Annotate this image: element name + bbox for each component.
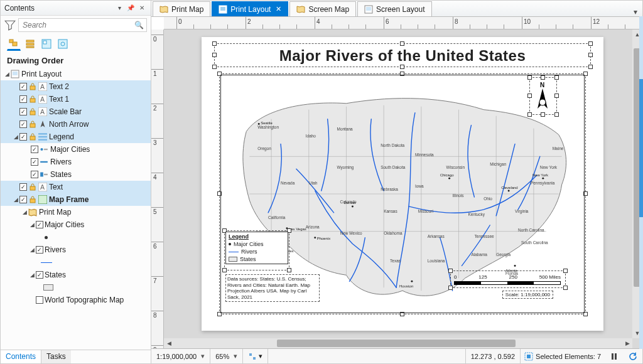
layout-page[interactable]: Major Rivers of the United States <box>202 37 603 331</box>
mode-list-by-source[interactable] <box>23 37 37 51</box>
svg-text:Georgia: Georgia <box>496 252 511 257</box>
status-snap[interactable]: ▾ <box>243 349 268 363</box>
tree-root-print-layout[interactable]: ◢ Print Layout <box>1 68 151 80</box>
svg-text:A: A <box>40 95 45 103</box>
svg-rect-7 <box>58 40 67 48</box>
legend-icon <box>38 132 47 141</box>
line-layer-icon <box>40 158 48 166</box>
svg-text:Maine: Maine <box>553 146 564 151</box>
svg-text:Utah: Utah <box>309 181 318 185</box>
tree-item-scalebar[interactable]: AScale Bar <box>1 105 151 118</box>
svg-text:Illinois: Illinois <box>453 193 464 198</box>
sidebar-bottom-tabs: Contents Tasks <box>1 350 151 363</box>
map-icon <box>28 208 37 217</box>
svg-rect-3 <box>26 43 34 45</box>
svg-text:Pennsylvania: Pennsylvania <box>531 181 555 186</box>
status-refresh-icon[interactable] <box>624 349 642 363</box>
status-zoom[interactable]: 65% <box>210 349 243 363</box>
status-pause-icon[interactable] <box>605 349 624 363</box>
svg-text:Arizona: Arizona <box>306 225 320 229</box>
contents-mode-row <box>1 35 151 52</box>
autohide-icon[interactable]: ▾ <box>114 3 124 13</box>
svg-text:Iowa: Iowa <box>415 184 424 188</box>
svg-rect-37 <box>366 7 371 11</box>
status-selected[interactable]: Selected Elements: 7 <box>521 352 605 361</box>
tree-layer-basemap[interactable]: World Topographic Map <box>1 294 151 306</box>
svg-text:Kansas: Kansas <box>384 209 397 213</box>
tab-contents[interactable]: Contents <box>1 350 41 363</box>
search-icon[interactable]: 🔍 <box>134 21 144 29</box>
svg-point-85 <box>411 281 413 282</box>
search-input-wrap[interactable]: 🔍 <box>18 18 147 32</box>
search-input[interactable] <box>21 20 134 30</box>
svg-point-89 <box>508 190 510 192</box>
viewtab-overflow-icon[interactable]: ▾ <box>629 8 642 16</box>
svg-text:Cleveland: Cleveland <box>501 186 517 190</box>
selected-icon <box>524 352 533 361</box>
svg-rect-20 <box>30 124 35 127</box>
tree-layer-rivers[interactable]: ◢Rivers <box>1 244 151 256</box>
tree-legend-rivers[interactable]: Rivers <box>1 156 151 168</box>
layout-canvas[interactable]: Major Rivers of the United States <box>164 29 642 348</box>
hscrollbar[interactable]: ◀ ▶ <box>164 338 632 348</box>
svg-text:Alabama: Alabama <box>471 252 487 257</box>
svg-rect-1 <box>13 42 17 46</box>
mode-drawing-order[interactable] <box>7 37 21 51</box>
legend-box: Legend Major Cities Rivers States <box>225 232 288 264</box>
viewtab-print-layout[interactable]: Print Layout✕ <box>212 1 288 16</box>
tree-item-text1[interactable]: AText 1 <box>1 93 151 105</box>
contents-tree[interactable]: ◢ Print Layout AText 2 AText 1 AScale Ba… <box>1 68 151 350</box>
svg-text:Minnesota: Minnesota <box>415 153 434 157</box>
tree-item-legend[interactable]: ◢Legend <box>1 131 151 143</box>
mode-snapping[interactable] <box>56 37 70 51</box>
app-right-scrollbar[interactable] <box>639 16 643 349</box>
svg-rect-11 <box>30 86 35 90</box>
contents-panel: Contents ▾ 📌 ✕ 🔍 <box>1 1 151 363</box>
expand-icon[interactable]: ◢ <box>3 71 11 77</box>
svg-text:Kentucky: Kentucky <box>468 212 485 217</box>
svg-text:North Carolina: North Carolina <box>518 228 544 232</box>
tab-tasks[interactable]: Tasks <box>41 350 71 363</box>
contents-search-row: 🔍 <box>1 16 151 35</box>
workspace: Print Map Print Layout✕ Screen Map Scree… <box>151 1 642 363</box>
map-title: Major Rivers of the United States <box>220 47 585 65</box>
tree-legend-states[interactable]: States <box>1 168 151 181</box>
source-text: Data sources: States: U.S. Census; River… <box>225 274 320 302</box>
viewtab-screen-layout[interactable]: Screen Layout <box>357 1 431 16</box>
close-panel-icon[interactable]: ✕ <box>137 3 147 13</box>
svg-text:Texas: Texas <box>390 259 401 263</box>
tree-legend-majorcities[interactable]: Major Cities <box>1 143 151 156</box>
tree-item-text[interactable]: AText <box>1 181 151 193</box>
drawing-order-heading: Drawing Order <box>1 52 151 68</box>
tree-layer-majorcities[interactable]: ◢Major Cities <box>1 218 151 231</box>
svg-text:Nevada: Nevada <box>281 181 295 185</box>
main-area: Contents ▾ 📌 ✕ 🔍 <box>1 1 642 363</box>
tree-printmap[interactable]: ◢Print Map <box>1 206 151 218</box>
status-scale[interactable]: 1:19,000,000 <box>151 349 210 363</box>
svg-rect-2 <box>26 40 34 42</box>
ruler-horizontal: 024681012 <box>164 17 642 29</box>
svg-point-25 <box>40 148 43 151</box>
tree-symbol-box <box>1 281 151 294</box>
close-tab-icon[interactable]: ✕ <box>276 5 281 13</box>
svg-point-75 <box>258 123 260 125</box>
viewtab-print-map[interactable]: Print Map <box>153 1 210 16</box>
lock-icon[interactable] <box>28 82 37 91</box>
svg-rect-24 <box>38 139 47 141</box>
svg-text:North Dakota: North Dakota <box>381 143 404 147</box>
visibility-checkbox[interactable] <box>19 83 27 90</box>
viewtab-screen-map[interactable]: Screen Map <box>289 1 356 16</box>
mode-selection[interactable] <box>40 37 53 51</box>
layout-icon <box>11 70 19 78</box>
tree-layer-states[interactable]: ◢States <box>1 269 151 281</box>
svg-text:Virginia: Virginia <box>515 209 529 214</box>
svg-text:South Dakota: South Dakota <box>381 165 406 169</box>
tree-item-northarrow[interactable]: North Arrow <box>1 118 151 131</box>
svg-rect-14 <box>30 99 35 102</box>
svg-rect-26 <box>44 149 48 150</box>
tree-item-mapframe[interactable]: ◢Map Frame <box>1 193 151 206</box>
svg-text:California: California <box>268 215 286 220</box>
tree-item-text2[interactable]: AText 2 <box>1 80 151 93</box>
filter-icon[interactable] <box>4 19 16 31</box>
pin-icon[interactable]: 📌 <box>126 3 136 13</box>
